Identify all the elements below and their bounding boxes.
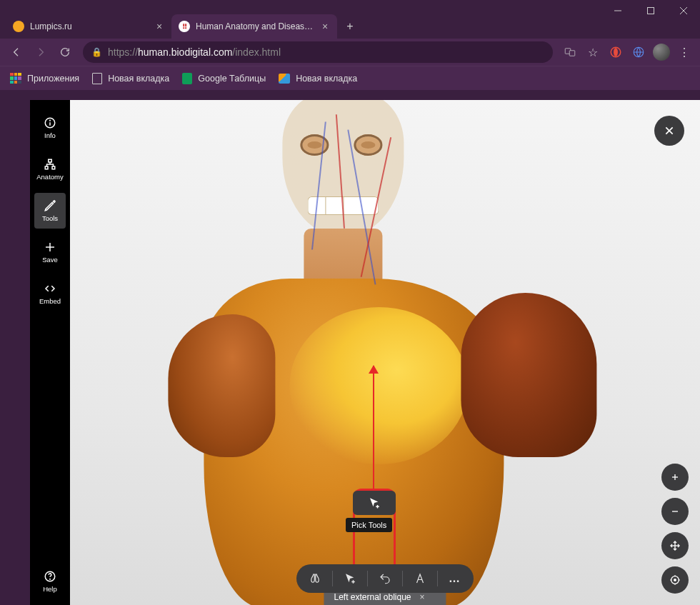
svg-point-24	[674, 579, 676, 581]
translate-icon[interactable]	[560, 42, 580, 62]
undo-button[interactable]	[371, 566, 399, 591]
bookmark-new-tab-1[interactable]: Новая вкладка	[92, 73, 169, 84]
sidebar-info[interactable]: Info	[34, 110, 66, 146]
tab-close-button[interactable]: ×	[320, 21, 330, 31]
svg-point-18	[50, 579, 51, 579]
sidebar-save[interactable]: Save	[34, 234, 66, 270]
bookmarks-bar: Приложения Новая вкладка Google Таблицы …	[0, 66, 700, 90]
annotate-button[interactable]	[406, 566, 434, 591]
new-tab-button[interactable]: +	[340, 16, 360, 36]
arrow-head-icon	[369, 360, 379, 374]
minus-icon	[669, 506, 681, 517]
selection-label-text: Left external oblique	[334, 592, 411, 602]
pick-tools-tooltip: Pick Tools	[346, 518, 392, 532]
plus-icon	[44, 241, 56, 254]
left-sidebar: Info Anatomy Tools Save Embed Help	[30, 100, 70, 605]
browser-toolbar: 🔒 https://human.biodigital.com/index.htm…	[0, 39, 700, 66]
profile-avatar[interactable]	[651, 42, 671, 62]
sidebar-help[interactable]: Help	[34, 564, 66, 599]
code-icon	[44, 282, 56, 295]
pan-button[interactable]	[661, 532, 689, 559]
bookmark-google-sheets[interactable]: Google Таблицы	[182, 73, 266, 84]
browser-menu-button[interactable]: ⋮	[674, 42, 694, 62]
zoom-in-button[interactable]	[661, 464, 689, 491]
dots-icon: …	[449, 572, 461, 585]
more-tools-button[interactable]: …	[441, 566, 469, 591]
close-overlay-button[interactable]	[654, 116, 684, 146]
cursor-plus-icon	[344, 572, 356, 585]
pick-tools-button[interactable]	[336, 566, 364, 591]
xray-mode-button[interactable]	[301, 566, 329, 591]
svg-rect-13	[45, 166, 48, 169]
pencil-icon	[44, 199, 56, 212]
apps-grid-icon	[10, 73, 21, 84]
file-icon	[92, 73, 102, 84]
sheets-icon	[182, 73, 192, 84]
image-icon	[279, 74, 290, 84]
window-minimize-button[interactable]	[601, 0, 634, 21]
svg-point-11	[50, 120, 51, 121]
undo-icon	[379, 572, 391, 585]
svg-point-7	[614, 48, 618, 56]
svg-rect-12	[49, 159, 52, 162]
bookmark-new-tab-2[interactable]: Новая вкладка	[279, 74, 357, 84]
info-icon	[44, 116, 56, 129]
window-maximize-button[interactable]	[634, 0, 667, 21]
annotation-arrow	[373, 366, 374, 490]
view-controls	[661, 464, 689, 594]
sidebar-embed[interactable]: Embed	[34, 276, 66, 311]
anatomy-viewport[interactable]: Pick Tools … Left external oblique	[70, 100, 700, 605]
svg-rect-5	[569, 51, 575, 56]
lungs-icon	[309, 572, 321, 585]
sidebar-anatomy[interactable]: Anatomy	[34, 151, 66, 187]
target-icon	[669, 574, 681, 586]
close-icon	[664, 125, 675, 136]
reload-button[interactable]	[54, 41, 76, 63]
apps-shortcut[interactable]: Приложения	[10, 73, 79, 84]
lock-icon: 🔒	[91, 47, 102, 57]
bottom-toolbar: …	[296, 564, 474, 593]
svg-rect-1	[648, 8, 654, 14]
tab-close-button[interactable]: ×	[154, 21, 164, 31]
svg-rect-14	[52, 166, 55, 169]
tab-biodigital[interactable]: ⠿ Human Anatomy and Disease in ×	[171, 14, 337, 39]
plus-icon	[669, 471, 681, 483]
window-close-button[interactable]	[667, 0, 700, 21]
move-icon	[669, 540, 681, 551]
favicon-icon	[13, 21, 24, 32]
tab-lumpics[interactable]: Lumpics.ru ×	[6, 14, 171, 39]
text-a-icon	[414, 572, 426, 585]
zoom-out-button[interactable]	[661, 498, 689, 525]
address-bar[interactable]: 🔒 https://human.biodigital.com/index.htm…	[83, 41, 553, 63]
tab-title: Human Anatomy and Disease in	[196, 21, 314, 31]
favicon-icon: ⠿	[179, 21, 190, 32]
help-icon	[44, 570, 56, 583]
tab-strip: Lumpics.ru × ⠿ Human Anatomy and Disease…	[0, 10, 700, 39]
app-content: Info Anatomy Tools Save Embed Help	[30, 100, 700, 605]
back-button[interactable]	[6, 41, 27, 63]
tab-title: Lumpics.ru	[30, 21, 149, 31]
bookmark-star-icon[interactable]: ☆	[583, 42, 603, 62]
close-icon[interactable]: ×	[420, 592, 425, 602]
recenter-button[interactable]	[661, 566, 689, 594]
globe-extension-icon[interactable]	[629, 42, 649, 62]
hierarchy-icon	[44, 158, 56, 171]
opera-extension-icon[interactable]	[606, 42, 626, 62]
forward-button[interactable]	[30, 41, 51, 63]
sidebar-tools[interactable]: Tools	[34, 193, 66, 229]
